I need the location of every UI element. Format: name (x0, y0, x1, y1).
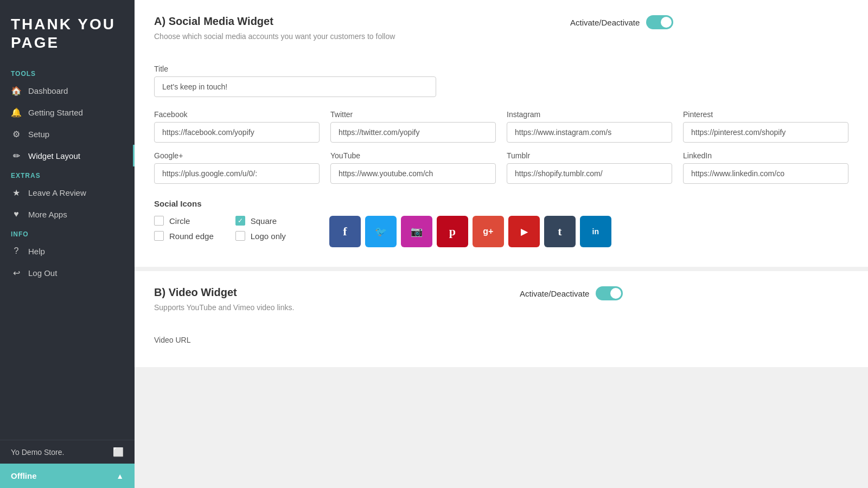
preview-googleplus: g+ (473, 216, 504, 247)
external-link-icon[interactable]: ⬜ (113, 447, 124, 457)
section-label-tools: Tools (0, 65, 135, 80)
sidebar-label-widget-layout: Widget Layout (28, 151, 80, 160)
section-a-info: A) Social Media Widget Choose which soci… (154, 15, 395, 54)
section-b-title: B) Video Widget (154, 286, 294, 299)
store-name: Yo Demo Store. (11, 448, 64, 457)
field-pinterest: Pinterest (683, 110, 848, 143)
label-googleplus: Google+ (154, 151, 320, 160)
label-pinterest: Pinterest (683, 110, 848, 119)
section-a-activate: Activate/Deactivate (570, 15, 673, 29)
offline-status: Offline (11, 471, 37, 480)
preview-instagram: 📷 (401, 216, 432, 247)
field-youtube: YouTube (330, 151, 496, 184)
bell-icon: 🔔 (11, 107, 22, 118)
sidebar-item-logout[interactable]: ↩ Log Out (0, 262, 135, 284)
question-icon: ? (11, 246, 22, 256)
sidebar-item-more-apps[interactable]: ♥ More Apps (0, 203, 135, 225)
social-icons-section: Social Icons Circle Round edge Squar (154, 199, 848, 247)
home-icon: 🏠 (11, 85, 22, 96)
sidebar-item-widget-layout[interactable]: ✏ Widget Layout (0, 145, 135, 166)
field-instagram: Instagram (507, 110, 672, 143)
title-input[interactable] (154, 76, 436, 97)
chevron-up-icon: ▲ (116, 472, 124, 480)
option-circle-label: Circle (169, 216, 190, 226)
section-b-info: B) Video Widget Supports YouTube and Vim… (154, 286, 294, 325)
preview-pinterest: p (437, 216, 468, 247)
field-facebook: Facebook (154, 110, 320, 143)
section-b-header: B) Video Widget Supports YouTube and Vim… (154, 286, 848, 325)
activate-toggle-b[interactable] (596, 286, 623, 300)
field-linkedin: LinkedIn (683, 151, 848, 184)
option-round-edge[interactable]: Round edge (154, 231, 214, 241)
input-facebook[interactable] (154, 122, 320, 143)
heart-icon: ♥ (11, 209, 22, 220)
preview-youtube: ▶ (508, 216, 540, 247)
offline-bar[interactable]: Offline ▲ (0, 464, 135, 488)
label-instagram: Instagram (507, 110, 672, 119)
pencil-icon: ✏ (11, 150, 22, 161)
preview-facebook: f (329, 216, 361, 247)
sidebar-item-getting-started[interactable]: 🔔 Getting Started (0, 101, 135, 123)
sidebar-item-dashboard[interactable]: 🏠 Dashboard (0, 80, 135, 101)
video-url-field-wrapper: Video URL (154, 336, 848, 344)
option-round-edge-label: Round edge (169, 232, 214, 241)
section-label-info: Info (0, 225, 135, 240)
checkboxes-col-left: Circle Round edge (154, 216, 214, 241)
sidebar-bottom: Yo Demo Store. ⬜ (0, 440, 135, 464)
field-tumblr: Tumblr (507, 151, 672, 184)
sidebar-item-help[interactable]: ? Help (0, 240, 135, 262)
sidebar-label-help: Help (28, 247, 45, 256)
sidebar: THANK YOU PAGE Tools 🏠 Dashboard 🔔 Getti… (0, 0, 135, 488)
field-twitter: Twitter (330, 110, 496, 143)
activate-label-b: Activate/Deactivate (520, 289, 589, 298)
sidebar-label-logout: Log Out (28, 268, 57, 278)
activate-label-a: Activate/Deactivate (570, 18, 640, 27)
checkbox-circle[interactable] (154, 216, 164, 226)
label-facebook: Facebook (154, 110, 320, 119)
preview-twitter: 🐦 (365, 216, 397, 247)
option-circle[interactable]: Circle (154, 216, 214, 226)
label-twitter: Twitter (330, 110, 496, 119)
video-widget-section: B) Video Widget Supports YouTube and Vim… (135, 271, 868, 367)
section-b-desc: Supports YouTube and Vimeo video links. (154, 303, 294, 312)
activate-toggle-a[interactable] (646, 15, 673, 29)
sidebar-label-setup: Setup (28, 130, 49, 139)
checkboxes-col-right: Square Logo only (235, 216, 286, 241)
input-linkedin[interactable] (683, 163, 848, 184)
label-youtube: YouTube (330, 151, 496, 160)
preview-tumblr: t (544, 216, 576, 247)
sidebar-label-more-apps: More Apps (28, 210, 67, 219)
option-square-label: Square (251, 216, 277, 226)
input-pinterest[interactable] (683, 122, 848, 143)
option-square[interactable]: Square (235, 216, 286, 226)
checkbox-logo-only[interactable] (235, 231, 245, 241)
input-twitter[interactable] (330, 122, 496, 143)
sidebar-label-getting-started: Getting Started (28, 108, 83, 117)
section-label-extras: Extras (0, 166, 135, 182)
main-content: A) Social Media Widget Choose which soci… (135, 0, 868, 488)
field-googleplus: Google+ (154, 151, 320, 184)
input-googleplus[interactable] (154, 163, 320, 184)
label-linkedin: LinkedIn (683, 151, 848, 160)
input-instagram[interactable] (507, 122, 672, 143)
input-tumblr[interactable] (507, 163, 672, 184)
sidebar-label-leave-review: Leave A Review (28, 188, 86, 197)
preview-linkedin: in (580, 216, 611, 247)
section-b-activate: Activate/Deactivate (520, 286, 623, 300)
logout-icon: ↩ (11, 267, 22, 278)
social-fields-grid: Facebook Twitter Instagram Pinterest Goo… (154, 110, 848, 184)
social-media-widget-section: A) Social Media Widget Choose which soci… (135, 0, 868, 267)
option-logo-only[interactable]: Logo only (235, 231, 286, 241)
sidebar-item-setup[interactable]: ⚙ Setup (0, 123, 135, 145)
star-icon: ★ (11, 187, 22, 198)
checkbox-round-edge[interactable] (154, 231, 164, 241)
input-youtube[interactable] (330, 163, 496, 184)
social-preview: f 🐦 📷 p g+ ▶ t in (329, 216, 611, 247)
title-field-container (154, 76, 436, 97)
title-field-wrapper: Title (154, 65, 848, 97)
checkbox-square[interactable] (235, 216, 245, 226)
sidebar-label-dashboard: Dashboard (28, 86, 68, 95)
gear-icon: ⚙ (11, 129, 22, 139)
section-a-header: A) Social Media Widget Choose which soci… (154, 15, 848, 54)
sidebar-item-leave-review[interactable]: ★ Leave A Review (0, 182, 135, 203)
